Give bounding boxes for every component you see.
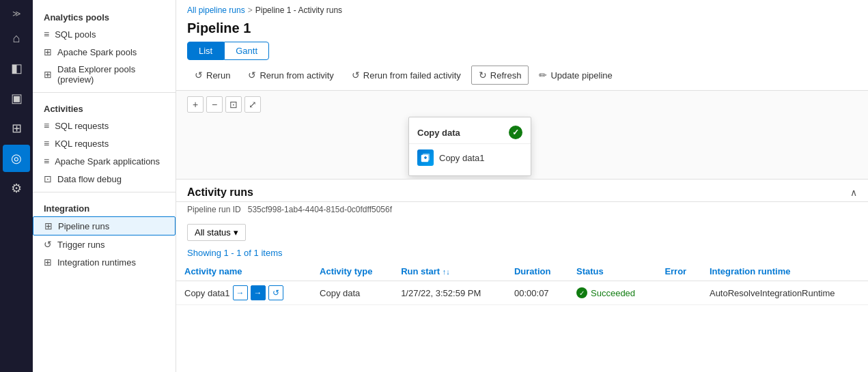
col-error[interactable]: Error [656, 262, 701, 281]
data-nav-icon[interactable]: ◧ [3, 55, 30, 82]
row-input-btn[interactable]: → [233, 285, 248, 300]
sql-pools-icon: ≡ [44, 29, 49, 40]
pipeline-nav-icon[interactable]: ▣ [3, 85, 30, 112]
canvas-area: + − ⊡ ⤢ — Copy data ✓ Copy [176, 91, 868, 180]
col-integration-runtime[interactable]: Integration runtime [701, 262, 868, 281]
refresh-button[interactable]: ↻ Refresh [471, 66, 529, 85]
sidebar-item-label: Apache Spark pools [57, 47, 137, 57]
tooltip-header-label: Copy data [417, 128, 460, 138]
breadcrumb-current: Pipeline 1 - Activity runs [255, 5, 342, 15]
sidebar-item-label: Pipeline runs [58, 221, 109, 231]
sidebar-item-label: SQL requests [55, 121, 109, 131]
analytics-pools-section-title: Analytics pools [33, 5, 176, 25]
run-id-row: Pipeline run ID 535cf998-1ab4-4404-815d-… [176, 202, 868, 220]
tooltip-success-icon: ✓ [509, 126, 522, 139]
canvas-minus-button[interactable]: − [206, 96, 223, 113]
rerun-from-failed-label: Rerun from failed activity [363, 70, 461, 81]
home-nav-icon[interactable]: ⌂ [3, 25, 30, 52]
rerun-from-activity-button[interactable]: ↺ Rerun from activity [240, 66, 341, 85]
sidebar-item-label: SQL pools [55, 29, 96, 40]
sidebar-item-label: Data flow debug [57, 174, 122, 184]
tooltip-item-label: Copy data1 [439, 153, 485, 163]
table-row: Copy data1 → → ↺ Copy data 1/27/22, 3:52… [176, 281, 868, 305]
sidebar-item-label: Apache Spark applications [55, 156, 160, 167]
canvas-fit-button[interactable]: ⊡ [225, 96, 242, 113]
sidebar-item-dataflow-debug[interactable]: ⊡ Data flow debug [33, 170, 176, 188]
data-explorer-icon: ⊞ [44, 69, 52, 80]
activity-runs-title: Activity runs [187, 186, 253, 199]
update-pipeline-label: Update pipeline [550, 70, 612, 81]
sidebar-divider-2 [33, 192, 176, 192]
tooltip-item[interactable]: Copy data1 [409, 144, 531, 171]
row-active-btn[interactable]: → [251, 285, 266, 300]
icon-bar: ≫ ⌂ ◧ ▣ ⊞ ◎ ⚙ [0, 0, 33, 372]
sidebar-item-kql-requests[interactable]: ≡ KQL requests [33, 134, 176, 152]
integration-section-title: Integration [33, 197, 176, 216]
main-content: All pipeline runs > Pipeline 1 - Activit… [176, 0, 868, 372]
rerun-from-failed-icon: ↺ [352, 70, 360, 81]
rerun-from-failed-button[interactable]: ↺ Rerun from failed activity [344, 66, 468, 85]
manage-nav-icon[interactable]: ⚙ [3, 175, 30, 202]
cell-activity-type: Copy data [311, 281, 393, 305]
tooltip-header: Copy data ✓ [409, 121, 531, 144]
activity-runs-header: Activity runs ∧ [176, 180, 868, 202]
sidebar-item-pipeline-runs[interactable]: ⊞ Pipeline runs [33, 216, 176, 235]
col-activity-name[interactable]: Activity name [176, 262, 311, 281]
canvas-add-button[interactable]: + [187, 96, 204, 113]
sidebar-collapse-icon[interactable]: ≫ [3, 5, 30, 22]
filter-chevron-icon: ▾ [234, 227, 238, 238]
sidebar-item-spark-pools[interactable]: ⊞ Apache Spark pools [33, 43, 176, 61]
rerun-from-activity-label: Rerun from activity [260, 70, 333, 81]
page-title: Pipeline 1 [176, 18, 868, 42]
cell-status: ✓ Succeeded [568, 281, 656, 305]
status-success: ✓ Succeeded [576, 287, 648, 298]
sidebar: Analytics pools ≡ SQL pools ⊞ Apache Spa… [33, 0, 176, 372]
status-filter-button[interactable]: All status ▾ [187, 224, 246, 241]
sidebar-item-label: Trigger runs [57, 240, 105, 250]
rerun-from-activity-icon: ↺ [248, 70, 256, 81]
svg-rect-1 [423, 154, 430, 160]
spark-apps-icon: ≡ [44, 156, 49, 167]
filter-row: All status ▾ [176, 220, 868, 245]
canvas-expand-button[interactable]: ⤢ [244, 96, 261, 113]
sql-requests-icon: ≡ [44, 120, 49, 131]
rerun-button[interactable]: ↺ Rerun [187, 66, 238, 85]
sidebar-item-sql-requests[interactable]: ≡ SQL requests [33, 117, 176, 134]
copy-data-icon [417, 149, 434, 166]
breadcrumb-all-runs-link[interactable]: All pipeline runs [187, 5, 245, 15]
activities-section-title: Activities [33, 97, 176, 117]
develop-nav-icon[interactable]: ⊞ [3, 115, 30, 142]
activity-runs-table: Activity name Activity type Run start ↑↓… [176, 262, 868, 305]
sidebar-item-data-explorer[interactable]: ⊞ Data Explorer pools (preview) [33, 61, 176, 88]
sidebar-item-trigger-runs[interactable]: ↺ Trigger runs [33, 235, 176, 253]
tabs-bar: List Gantt [176, 42, 868, 60]
sidebar-divider-1 [33, 92, 176, 93]
row-rerun-btn[interactable]: ↺ [268, 285, 283, 300]
monitor-nav-icon[interactable]: ◎ [3, 145, 30, 172]
refresh-icon: ↻ [479, 70, 487, 81]
activity-runs: Activity runs ∧ Pipeline run ID 535cf998… [176, 180, 868, 372]
sidebar-item-integration-runtimes[interactable]: ⊞ Integration runtimes [33, 253, 176, 271]
collapse-icon[interactable]: ∧ [850, 187, 857, 198]
trigger-runs-icon: ↺ [44, 239, 52, 250]
sidebar-item-spark-apps[interactable]: ≡ Apache Spark applications [33, 152, 176, 170]
tab-list[interactable]: List [187, 42, 224, 60]
col-duration[interactable]: Duration [506, 262, 568, 281]
status-success-icon: ✓ [576, 287, 587, 298]
update-pipeline-button[interactable]: ✏ Update pipeline [531, 66, 619, 85]
breadcrumb: All pipeline runs > Pipeline 1 - Activit… [176, 0, 868, 18]
kql-requests-icon: ≡ [44, 138, 49, 149]
row-action-btns: → → ↺ [233, 285, 283, 300]
cell-duration: 00:00:07 [506, 281, 568, 305]
cell-error [656, 281, 701, 305]
activity-tooltip: Copy data ✓ Copy data1 [408, 117, 531, 176]
tab-gantt[interactable]: Gantt [224, 42, 269, 60]
col-run-start[interactable]: Run start ↑↓ [393, 262, 506, 281]
showing-text: Showing 1 - 1 of 1 items [176, 245, 868, 262]
col-activity-type[interactable]: Activity type [311, 262, 393, 281]
sidebar-item-sql-pools[interactable]: ≡ SQL pools [33, 25, 176, 43]
status-filter-label: All status [195, 227, 231, 238]
sidebar-item-label: Data Explorer pools (preview) [57, 64, 165, 85]
col-status[interactable]: Status [568, 262, 656, 281]
sidebar-item-label: Integration runtimes [57, 257, 136, 268]
